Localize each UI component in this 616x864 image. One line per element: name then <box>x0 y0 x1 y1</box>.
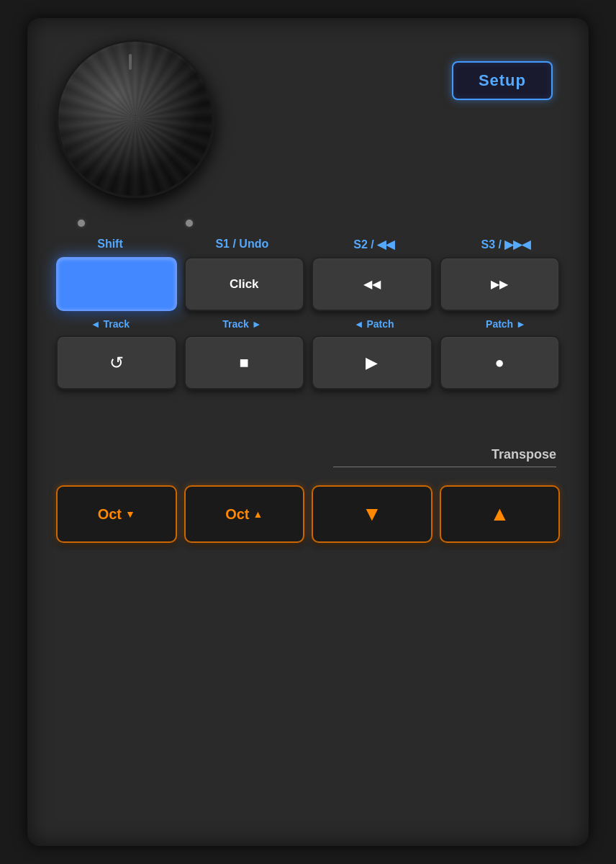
rewind-button[interactable] <box>312 257 432 311</box>
main-panel: Setup Shift S1 / Undo S2 / ◀◀ S3 / ▶▶◀ C… <box>27 18 589 846</box>
oct-down-button[interactable]: Oct ▼ <box>56 485 177 543</box>
transpose-divider <box>333 467 556 467</box>
labels-row-1: Shift S1 / Undo S2 / ◀◀ S3 / ▶▶◀ <box>56 238 560 251</box>
buttons-row-2 <box>56 336 560 390</box>
led-row <box>56 220 560 227</box>
stop-icon <box>240 354 249 372</box>
transpose-up-button[interactable]: ▲ <box>440 485 561 543</box>
setup-button[interactable]: Setup <box>452 61 553 100</box>
loop-button[interactable] <box>56 336 177 390</box>
buttons-row-1: Click <box>56 257 560 311</box>
knob-row: Setup <box>56 40 560 205</box>
main-knob[interactable] <box>56 40 214 198</box>
setup-area: Setup <box>452 61 553 100</box>
ffwd-icon <box>491 276 508 292</box>
oct-up-arrow-icon: ▲ <box>253 508 263 520</box>
play-icon <box>366 354 378 372</box>
click-button[interactable]: Click <box>184 257 305 311</box>
click-button-label: Click <box>230 277 259 292</box>
record-icon <box>495 354 504 372</box>
patch-next-label: Patch ► <box>456 318 556 330</box>
oct-up-text: Oct <box>225 506 249 523</box>
transpose-down-button[interactable]: ▼ <box>312 485 432 543</box>
play-button[interactable] <box>312 336 432 390</box>
stop-button[interactable] <box>184 336 305 390</box>
oct-down-text: Oct <box>98 506 122 523</box>
track-prev-label: ◄ Track <box>60 318 160 330</box>
transpose-up-icon: ▲ <box>489 503 509 526</box>
track-next-label: Track ► <box>191 318 292 330</box>
transpose-down-icon: ▼ <box>362 503 382 526</box>
oct-up-button[interactable]: Oct ▲ <box>184 485 305 543</box>
loop-icon <box>109 353 124 373</box>
led-2 <box>186 220 193 227</box>
s2-rew-label: S2 / ◀◀ <box>324 238 425 251</box>
record-button[interactable] <box>440 336 561 390</box>
knob-container <box>56 40 222 205</box>
sublabels-row: ◄ Track Track ► ◄ Patch Patch ► <box>56 318 560 330</box>
rewind-icon <box>363 276 381 292</box>
shift-button[interactable] <box>56 257 177 311</box>
patch-prev-label: ◄ Patch <box>324 318 425 330</box>
shift-label: Shift <box>60 238 160 251</box>
ffwd-button[interactable] <box>440 257 561 311</box>
orange-buttons-row: Oct ▼ Oct ▲ ▼ ▲ <box>56 485 560 543</box>
s1-undo-label: S1 / Undo <box>191 238 292 251</box>
s3-ffwd-label: S3 / ▶▶◀ <box>456 238 556 251</box>
transpose-section: Transpose <box>56 447 560 482</box>
transpose-label: Transpose <box>492 447 556 462</box>
oct-down-arrow-icon: ▼ <box>125 508 135 520</box>
led-1 <box>78 220 85 227</box>
